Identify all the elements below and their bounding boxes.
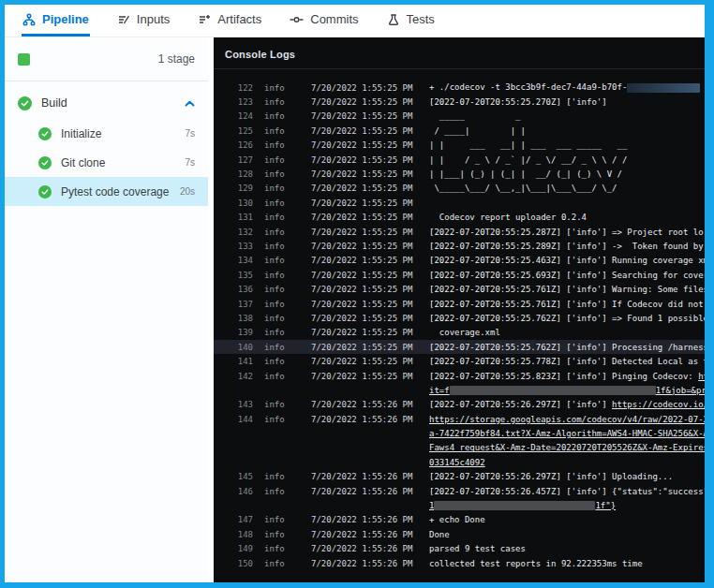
log-timestamp: 7/20/2022 1:55:26 PM xyxy=(311,415,418,424)
tab-label: Tests xyxy=(407,12,435,26)
log-link[interactable]: https://codecov.io/ xyxy=(612,400,705,409)
log-line-number[interactable]: 149 xyxy=(221,544,253,553)
log-line-number[interactable]: 126 xyxy=(221,140,253,150)
log-line-number[interactable]: 132 xyxy=(221,228,253,237)
log-line-number[interactable]: 131 xyxy=(221,213,253,222)
log-text: collected test reports in 92.222353ms ti… xyxy=(429,559,643,568)
log-timestamp: 7/20/2022 1:55:25 PM xyxy=(311,198,418,208)
log-text: [2022-07-20T20:55:25.693Z] ['info'] Sear… xyxy=(429,271,705,280)
log-message: [2022-07-20T20:55:26.457Z] ['info'] {"st… xyxy=(429,487,705,496)
stage-group-build[interactable]: Build xyxy=(5,87,208,119)
log-line-number[interactable]: 136 xyxy=(221,285,253,294)
log-line-number[interactable]: 129 xyxy=(221,184,253,193)
commits-icon xyxy=(290,13,304,26)
stage-group-label: Build xyxy=(41,96,67,110)
log-link[interactable]: 1f&job=&pr=&se xyxy=(656,386,705,395)
log-row: 141info7/20/2022 1:55:25 PM[2022-07-20T2… xyxy=(214,354,705,368)
log-message: [2022-07-20T20:55:25.762Z] ['info'] => F… xyxy=(429,314,705,323)
log-text: + ./codecov -t 3bcc3b9f-dec7-44a9-b70f- xyxy=(429,82,627,92)
log-level: info xyxy=(264,256,300,265)
log-link[interactable]: ht xyxy=(698,372,705,381)
log-line-number[interactable]: 144 xyxy=(221,415,253,424)
tab-artifacts[interactable]: Artifacts xyxy=(197,5,262,37)
stage-status-square[interactable] xyxy=(18,53,30,66)
log-link[interactable]: 1f"} xyxy=(595,501,616,510)
log-line-number[interactable]: 127 xyxy=(221,155,253,165)
log-line-number[interactable]: 145 xyxy=(221,472,253,481)
log-link[interactable]: Faws4_request&X-Amz-Date=20220720T205526… xyxy=(429,443,705,452)
log-text: [2022-07-20T20:55:25.823Z] ['info'] Ping… xyxy=(429,372,698,381)
log-row: 143info7/20/2022 1:55:26 PM[2022-07-20T2… xyxy=(214,398,705,412)
step-duration: 7s xyxy=(185,157,195,168)
inputs-icon xyxy=(117,13,130,26)
log-line-number[interactable]: 143 xyxy=(221,400,253,409)
log-line-number[interactable]: 133 xyxy=(221,242,253,251)
log-line-number[interactable]: 140 xyxy=(221,343,253,352)
log-text: / ____| | | xyxy=(429,126,526,136)
log-line-number[interactable]: 137 xyxy=(221,300,253,309)
log-link[interactable]: it=f xyxy=(429,386,450,395)
log-line-number[interactable]: 139 xyxy=(221,328,253,337)
log-message: [2022-07-20T20:55:25.761Z] ['info'] If C… xyxy=(429,300,705,309)
log-line-number[interactable]: 125 xyxy=(221,126,253,136)
log-timestamp: 7/20/2022 1:55:25 PM xyxy=(311,169,418,179)
log-timestamp: 7/20/2022 1:55:26 PM xyxy=(311,400,418,409)
tab-pipeline[interactable]: Pipeline xyxy=(22,5,90,37)
log-line-number[interactable]: 122 xyxy=(221,83,253,93)
log-message: collected test reports in 92.222353ms ti… xyxy=(429,559,705,568)
log-link[interactable]: https://storage.googleapis.com/codecov/v… xyxy=(429,415,705,424)
log-level: info xyxy=(264,271,300,280)
log-line-number[interactable]: 141 xyxy=(221,357,253,366)
log-line-number[interactable]: 146 xyxy=(221,487,253,496)
log-level: info xyxy=(264,343,300,352)
log-line-number[interactable]: 147 xyxy=(221,515,253,524)
tab-inputs[interactable]: Inputs xyxy=(116,5,171,37)
log-level: info xyxy=(264,184,300,193)
log-line-number[interactable]: 134 xyxy=(221,256,253,265)
log-line-number[interactable]: 123 xyxy=(221,97,253,107)
log-row: 130info7/20/2022 1:55:25 PM xyxy=(214,196,705,210)
log-timestamp: 7/20/2022 1:55:25 PM xyxy=(311,314,418,323)
log-row: 138info7/20/2022 1:55:25 PM[2022-07-20T2… xyxy=(214,311,705,325)
log-text: Codecov report uploader 0.2.4 xyxy=(429,213,587,222)
log-level: info xyxy=(264,357,300,366)
log-link[interactable]: a-7422f759bf84.txt?X-Amz-Algorithm=AWS4-… xyxy=(429,429,705,438)
log-rows[interactable]: 122info7/20/2022 1:55:25 PM+ ./codecov -… xyxy=(214,69,705,582)
log-level: info xyxy=(264,198,300,208)
log-timestamp: 7/20/2022 1:55:25 PM xyxy=(311,126,418,136)
tab-tests[interactable]: Tests xyxy=(386,5,436,37)
log-timestamp: 7/20/2022 1:55:25 PM xyxy=(311,111,418,121)
tab-commits[interactable]: Commits xyxy=(289,5,359,37)
log-row: 122info7/20/2022 1:55:25 PM+ ./codecov -… xyxy=(214,81,705,95)
log-link[interactable]: 033145c4092 xyxy=(429,458,485,467)
log-line-number[interactable]: 148 xyxy=(221,530,253,539)
step-initialize[interactable]: Initialize 7s xyxy=(5,119,208,148)
log-line-number[interactable]: 135 xyxy=(221,271,253,280)
step-pytest-code-coverage[interactable]: Pytest code coverage 20s xyxy=(5,177,208,206)
log-timestamp: 7/20/2022 1:55:25 PM xyxy=(311,343,418,352)
log-line-number[interactable]: 124 xyxy=(221,111,253,121)
log-level: info xyxy=(264,111,300,121)
log-level: info xyxy=(264,97,300,107)
log-timestamp: 7/20/2022 1:55:25 PM xyxy=(311,184,418,193)
log-line-number[interactable]: 142 xyxy=(221,372,253,381)
log-message: Codecov report uploader 0.2.4 xyxy=(429,213,705,222)
log-message: + echo Done xyxy=(429,515,705,524)
log-level: info xyxy=(264,530,300,539)
step-git-clone[interactable]: Git clone 7s xyxy=(5,148,208,177)
log-text: + echo Done xyxy=(429,515,485,524)
log-line-number[interactable]: 128 xyxy=(221,169,253,179)
log-level: info xyxy=(264,559,300,568)
log-line-number[interactable]: 138 xyxy=(221,314,253,323)
log-row: Faws4_request&X-Amz-Date=20220720T205526… xyxy=(214,441,705,455)
log-line-number[interactable]: 150 xyxy=(221,559,253,568)
log-row: 150info7/20/2022 1:55:26 PMcollected tes… xyxy=(214,556,705,570)
step-duration: 7s xyxy=(185,128,195,139)
log-timestamp: 7/20/2022 1:55:26 PM xyxy=(311,559,418,568)
log-text: [2022-07-20T20:55:25.762Z] ['info'] => F… xyxy=(429,314,705,323)
log-text: [2022-07-20T20:55:26.297Z] ['info'] Uplo… xyxy=(429,472,673,481)
chevron-up-icon[interactable] xyxy=(185,95,195,111)
log-row: a-7422f759bf84.txt?X-Amz-Algorithm=AWS4-… xyxy=(214,426,705,440)
log-timestamp: 7/20/2022 1:55:25 PM xyxy=(311,228,418,237)
log-line-number[interactable]: 130 xyxy=(221,198,253,208)
